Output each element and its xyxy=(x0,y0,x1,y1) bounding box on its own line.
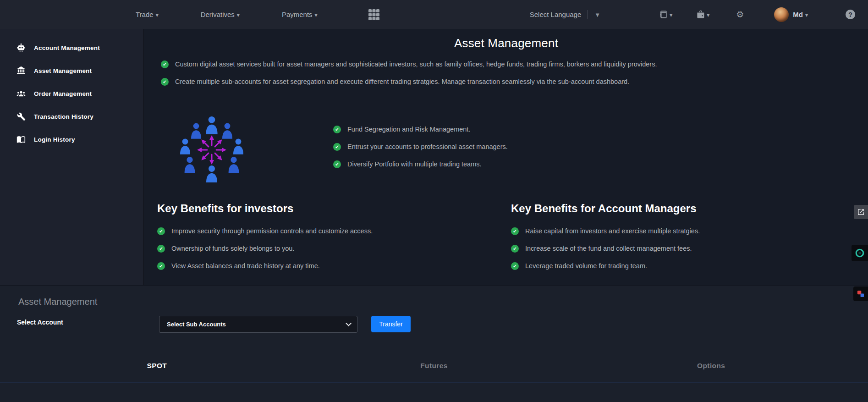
orders-book-icon[interactable] xyxy=(659,10,672,19)
bullet-text: Improve security through permission cont… xyxy=(171,227,373,235)
sidebar-item-label: Order Management xyxy=(34,90,92,97)
bullet-text: View Asset balances and trade history at… xyxy=(171,262,320,270)
nav-item-label: Derivatives xyxy=(201,11,235,18)
select-account-label: Select Account xyxy=(17,319,63,326)
bullet-text: Create multiple sub-accounts for asset s… xyxy=(175,78,629,85)
bank-icon xyxy=(16,66,26,75)
sidebar-item-asset-management[interactable]: Asset Management xyxy=(0,59,143,82)
sidebar-item-label: Asset Management xyxy=(34,67,92,74)
benefits-managers-title: Key Benefits for Account Managers xyxy=(511,202,850,215)
sub-accounts-select[interactable]: Select Sub Accounts xyxy=(159,316,357,333)
apps-grid-icon[interactable] xyxy=(368,9,380,21)
caret-down-icon xyxy=(237,11,240,18)
extension-icon xyxy=(856,289,865,298)
language-selector[interactable]: Select Language xyxy=(530,10,600,19)
panel-title: Asset Management xyxy=(18,297,97,307)
list-item: Diversify Portfolio with multiple tradin… xyxy=(333,155,508,173)
check-icon xyxy=(333,160,341,168)
feature-list: Fund Segregation and Risk Management. En… xyxy=(333,121,508,173)
caret-down-icon xyxy=(315,11,318,18)
caret-down-icon xyxy=(156,11,159,18)
top-nav: Trade Derivatives Payments Select Langua… xyxy=(0,0,868,29)
sidebar-item-transaction-history[interactable]: Transaction History xyxy=(0,105,143,128)
bullet-text: Leverage traded volume for trading team. xyxy=(525,262,647,270)
wrench-icon xyxy=(16,112,26,121)
chevron-down-icon xyxy=(346,320,352,326)
sidebar: Account Management Asset Management xyxy=(0,29,144,285)
list-item: Ownership of funds solely belongs to you… xyxy=(157,240,496,257)
check-icon xyxy=(333,143,341,151)
user-menu[interactable]: Md xyxy=(774,7,808,22)
list-item: Leverage traded volume for trading team. xyxy=(511,257,850,275)
transfer-button[interactable]: Transfer xyxy=(371,316,411,332)
sidebar-item-login-history[interactable]: Login History xyxy=(0,128,143,151)
bullet-text: Fund Segregation and Risk Management. xyxy=(347,126,470,133)
settings-gear-icon[interactable]: ⚙ xyxy=(736,10,744,19)
robot-icon xyxy=(16,43,26,52)
check-icon xyxy=(157,227,165,235)
tab-spot[interactable]: SPOT xyxy=(18,359,296,373)
bullet-text: Increase scale of the fund and collect m… xyxy=(525,245,692,252)
nav-item-trade[interactable]: Trade xyxy=(136,11,159,18)
check-icon xyxy=(157,245,165,253)
benefits-managers: Key Benefits for Account Managers Raise … xyxy=(511,202,850,275)
nav-item-derivatives[interactable]: Derivatives xyxy=(201,11,240,18)
help-icon[interactable] xyxy=(846,10,855,19)
caret-down-icon xyxy=(805,11,808,18)
users-icon xyxy=(16,89,26,99)
caret-down-icon xyxy=(670,11,672,19)
sidebar-item-account-management[interactable]: Account Management xyxy=(0,36,143,59)
nav-menu: Trade Derivatives Payments xyxy=(136,11,318,18)
check-icon xyxy=(161,61,169,68)
list-item: Raise capital from investors and exercis… xyxy=(511,222,850,240)
tab-options[interactable]: Options xyxy=(572,359,850,373)
triangle-down-icon xyxy=(594,11,600,18)
wallet-lock-icon[interactable] xyxy=(696,10,709,19)
avatar xyxy=(774,7,789,22)
check-icon xyxy=(511,245,519,253)
bullet-text: Entrust your accounts to professional as… xyxy=(347,143,508,150)
share-button[interactable] xyxy=(854,205,868,219)
language-label: Select Language xyxy=(530,11,582,18)
market-tabs: SPOT Futures Options xyxy=(18,359,850,373)
user-name-label: Md xyxy=(793,11,803,18)
bullet-text: Ownership of funds solely belongs to you… xyxy=(171,245,294,252)
nav-item-label: Payments xyxy=(282,11,313,18)
benefits-investors-title: Key Benefits for investors xyxy=(157,202,496,215)
check-icon xyxy=(161,78,169,86)
list-item: View Asset balances and trade history at… xyxy=(157,257,496,275)
sidebar-item-label: Account Management xyxy=(34,44,100,51)
intro-list: Custom digital asset services built for … xyxy=(161,55,657,90)
nav-item-label: Trade xyxy=(136,11,154,18)
sidebar-item-label: Transaction History xyxy=(34,113,93,120)
list-item: Improve security through permission cont… xyxy=(157,222,496,240)
team-network-illustration xyxy=(170,115,253,188)
main-content: Asset Management Custom digital asset se… xyxy=(144,29,868,285)
caret-down-icon xyxy=(707,11,709,19)
list-item: Custom digital asset services built for … xyxy=(161,55,657,73)
open-book-icon xyxy=(16,135,26,144)
extension-button[interactable] xyxy=(853,286,868,301)
sidebar-item-order-management[interactable]: Order Management xyxy=(0,82,143,105)
chat-widget-icon xyxy=(855,248,865,258)
list-item: Entrust your accounts to professional as… xyxy=(333,138,508,155)
list-item: Create multiple sub-accounts for asset s… xyxy=(161,73,657,90)
tab-futures[interactable]: Futures xyxy=(296,359,573,373)
sidebar-item-label: Login History xyxy=(34,136,75,143)
bullet-text: Diversify Portfolio with multiple tradin… xyxy=(347,160,482,168)
share-icon xyxy=(857,208,865,216)
benefits-investors: Key Benefits for investors Improve secur… xyxy=(157,202,496,275)
chat-widget-button[interactable] xyxy=(852,245,868,261)
asset-management-panel: Asset Management Select Account Select S… xyxy=(0,285,868,402)
bullet-text: Raise capital from investors and exercis… xyxy=(525,227,700,235)
divider xyxy=(588,10,588,19)
upper-region: Account Management Asset Management xyxy=(0,29,868,285)
page-title: Asset Management xyxy=(144,36,868,50)
list-item: Increase scale of the fund and collect m… xyxy=(511,240,850,257)
list-item: Fund Segregation and Risk Management. xyxy=(333,121,508,138)
nav-icon-group xyxy=(659,10,709,19)
select-value: Select Sub Accounts xyxy=(167,321,226,328)
check-icon xyxy=(511,262,519,270)
nav-item-payments[interactable]: Payments xyxy=(282,11,318,18)
check-icon xyxy=(333,126,341,133)
